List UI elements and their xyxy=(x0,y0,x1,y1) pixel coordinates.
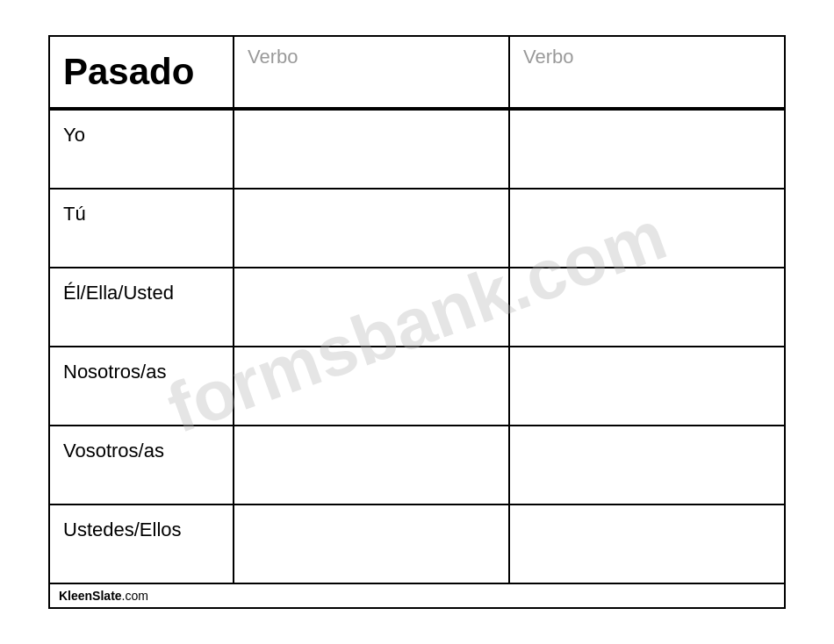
answer-cell-yo-2 xyxy=(510,111,784,188)
answer-cell-vosotros-2 xyxy=(510,426,784,504)
verbo-label-1: Verbo xyxy=(248,46,298,68)
verbo-header-2: Verbo xyxy=(510,37,784,107)
table-row: Yo xyxy=(50,111,784,190)
answer-cells-ustedes xyxy=(234,505,784,583)
answer-cell-tu-1 xyxy=(234,190,510,267)
pronoun-cell-ustedes: Ustedes/Ellos xyxy=(50,505,234,583)
verbo-header-1: Verbo xyxy=(234,37,510,107)
pronoun-ustedes: Ustedes/Ellos xyxy=(63,514,182,541)
table-row: Nosotros/as xyxy=(50,347,784,426)
answer-cell-ustedes-1 xyxy=(234,505,510,583)
worksheet: Pasado Verbo Verbo Yo xyxy=(48,35,786,609)
pronoun-cell-el: Él/Ella/Usted xyxy=(50,268,234,346)
answer-cells-el xyxy=(234,268,784,346)
answer-cell-ustedes-2 xyxy=(510,505,784,583)
header-row: Pasado Verbo Verbo xyxy=(50,37,784,109)
table-row: Ustedes/Ellos xyxy=(50,505,784,583)
pronoun-cell-tu: Tú xyxy=(50,190,234,267)
table-row: Tú xyxy=(50,190,784,268)
pronoun-el: Él/Ella/Usted xyxy=(63,277,174,304)
answer-cell-yo-1 xyxy=(234,111,510,188)
footer-brand: KleenSlate.com xyxy=(59,589,148,603)
pronoun-cell-vosotros: Vosotros/as xyxy=(50,426,234,504)
table-row: Vosotros/as xyxy=(50,426,784,505)
pronoun-yo: Yo xyxy=(63,119,85,147)
pronoun-cell-yo: Yo xyxy=(50,111,234,188)
answer-cell-vosotros-1 xyxy=(234,426,510,504)
answer-cells-yo xyxy=(234,111,784,188)
answer-cell-nosotros-1 xyxy=(234,347,510,425)
answer-cells-nosotros xyxy=(234,347,784,425)
answer-cells-tu xyxy=(234,190,784,267)
answer-cell-el-1 xyxy=(234,268,510,346)
title-cell: Pasado xyxy=(50,37,234,107)
data-section: Yo Tú Él/Ella/Usted xyxy=(50,109,784,583)
pronoun-vosotros: Vosotros/as xyxy=(63,435,164,462)
answer-cell-nosotros-2 xyxy=(510,347,784,425)
header-verbo-cells: Verbo Verbo xyxy=(234,37,784,107)
answer-cells-vosotros xyxy=(234,426,784,504)
pronoun-tu: Tú xyxy=(63,198,86,225)
answer-cell-el-2 xyxy=(510,268,784,346)
table-row: Él/Ella/Usted xyxy=(50,268,784,347)
worksheet-title: Pasado xyxy=(63,51,194,93)
footer-brand-bold: KleenSlate xyxy=(59,589,122,603)
footer-domain: .com xyxy=(122,589,148,603)
pronoun-nosotros: Nosotros/as xyxy=(63,356,166,383)
answer-cell-tu-2 xyxy=(510,190,784,267)
footer: KleenSlate.com xyxy=(50,583,784,607)
pronoun-cell-nosotros: Nosotros/as xyxy=(50,347,234,425)
page-container: formsbank.com Pasado Verbo Verbo Yo xyxy=(0,0,834,644)
verbo-label-2: Verbo xyxy=(523,46,574,68)
